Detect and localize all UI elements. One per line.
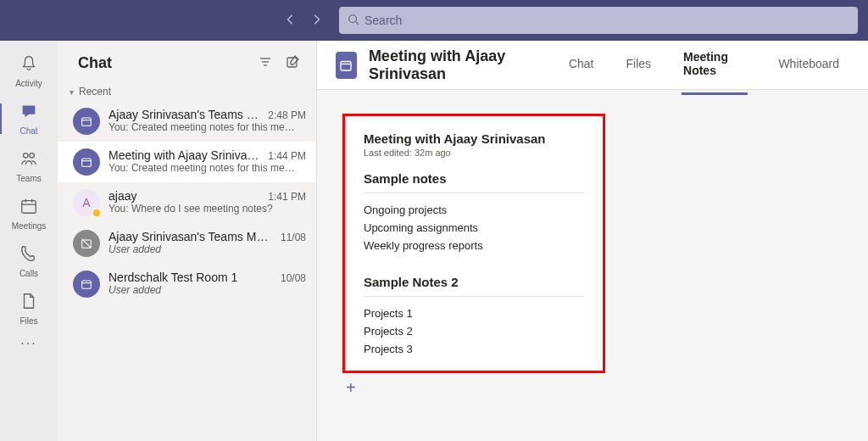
chat-icon [19, 102, 38, 125]
chat-list-title: Chat [78, 54, 112, 72]
notes-last-edited: Last edited: 32m ago [364, 148, 584, 158]
user-avatar: A [73, 189, 100, 216]
chat-item[interactable]: A ajaay1:41 PM You: Where do I see meeti… [58, 182, 316, 223]
notes-line: Weekly progress reports [364, 237, 584, 255]
notes-title: Meeting with Ajaay Srinivasan [364, 131, 584, 146]
chat-item[interactable]: Meeting with Ajaay Srinivasan1:44 PM You… [58, 142, 316, 182]
chat-time: 2:48 PM [268, 109, 306, 121]
chat-list-pane: Chat ▾ Recent Ajaay Srinivasan's Teams M… [58, 41, 317, 441]
svg-rect-14 [82, 159, 92, 166]
rail-files[interactable]: Files [0, 285, 58, 332]
tab-chat[interactable]: Chat [567, 42, 596, 88]
chat-time: 1:44 PM [268, 150, 306, 162]
notes-line: Projects 3 [364, 341, 584, 359]
chat-name: Ajaay Srinivasan's Teams Mee… [108, 108, 261, 121]
search-icon [348, 14, 359, 28]
svg-line-1 [356, 21, 359, 25]
chat-time: 1:41 PM [268, 191, 306, 203]
meeting-avatar-icon [73, 148, 100, 176]
nav-back-icon[interactable] [281, 10, 300, 31]
chat-preview: You: Created meeting notes for this me… [108, 121, 306, 133]
bell-icon [19, 54, 38, 77]
chat-name: Ajaay Srinivasan's Teams Meeting [108, 230, 274, 243]
chat-item[interactable]: Nerdschalk Test Room 110/08 User added [58, 264, 316, 304]
teams-icon [19, 149, 38, 172]
chat-preview: User added [108, 243, 306, 255]
svg-point-3 [30, 154, 34, 159]
meeting-avatar-icon [73, 271, 100, 298]
notes-section-heading: Sample Notes 2 [364, 275, 584, 289]
chat-preview: User added [108, 284, 306, 296]
rail-chat[interactable]: Chat [0, 95, 58, 142]
compose-icon[interactable] [286, 55, 299, 71]
calendar-icon [19, 197, 38, 220]
chat-time: 11/08 [281, 232, 306, 243]
divider [364, 193, 584, 193]
rail-meetings[interactable]: Meetings [0, 190, 58, 237]
content-pane: Meeting with Ajaay Srinivasan Chat Files… [317, 41, 868, 441]
notes-section-heading: Sample notes [364, 171, 584, 186]
svg-point-0 [349, 14, 357, 22]
rail-more-icon[interactable]: ··· [20, 336, 36, 351]
rail-teams[interactable]: Teams [0, 142, 58, 190]
add-section-button[interactable]: + [342, 378, 843, 398]
notes-line: Ongoing projects [364, 202, 584, 220]
chat-preview: You: Where do I see meeting notes? [108, 203, 306, 215]
divider [364, 296, 584, 297]
search-placeholder: Search [364, 14, 402, 27]
chat-name: Meeting with Ajaay Srinivasan [108, 148, 261, 162]
chevron-down-icon: ▾ [70, 87, 74, 97]
meeting-muted-avatar-icon [73, 230, 100, 257]
chat-name: Nerdschalk Test Room 1 [108, 271, 237, 284]
rail-calls[interactable]: Calls [0, 237, 58, 285]
search-input[interactable]: Search [339, 7, 858, 34]
meeting-avatar-icon [73, 108, 100, 135]
content-header: Meeting with Ajaay Srinivasan Chat Files… [317, 41, 868, 90]
tab-files[interactable]: Files [624, 42, 653, 88]
chat-item[interactable]: Ajaay Srinivasan's Teams Meeting11/08 Us… [58, 223, 316, 264]
chat-preview: You: Created meeting notes for this me… [108, 162, 306, 174]
svg-rect-18 [82, 281, 92, 288]
chat-item[interactable]: Ajaay Srinivasan's Teams Mee…2:48 PM You… [58, 101, 316, 142]
svg-rect-12 [82, 118, 92, 126]
svg-point-2 [24, 154, 28, 159]
app-rail: Activity Chat Teams Meetings Calls [0, 41, 58, 441]
notes-line: Projects 1 [364, 305, 584, 323]
svg-rect-4 [22, 201, 36, 214]
presence-away-icon [92, 208, 102, 218]
phone-icon [19, 244, 38, 267]
tab-whiteboard[interactable]: Whiteboard [776, 42, 841, 88]
notes-line: Upcoming assignments [364, 220, 584, 237]
filter-icon[interactable] [259, 55, 272, 71]
svg-rect-20 [341, 61, 351, 70]
notes-card[interactable]: Meeting with Ajaay Srinivasan Last edite… [342, 114, 605, 373]
chat-name: ajaay [108, 189, 136, 203]
chat-time: 10/08 [281, 272, 306, 284]
notes-line: Projects 2 [364, 323, 584, 341]
section-recent[interactable]: ▾ Recent [58, 82, 316, 101]
file-icon [19, 292, 38, 315]
rail-activity[interactable]: Activity [0, 47, 58, 95]
nav-forward-icon[interactable] [307, 10, 326, 31]
page-title: Meeting with Ajaay Srinivasan [369, 47, 538, 83]
tab-meeting-notes[interactable]: Meeting Notes [682, 35, 748, 95]
meeting-header-icon [336, 52, 357, 79]
